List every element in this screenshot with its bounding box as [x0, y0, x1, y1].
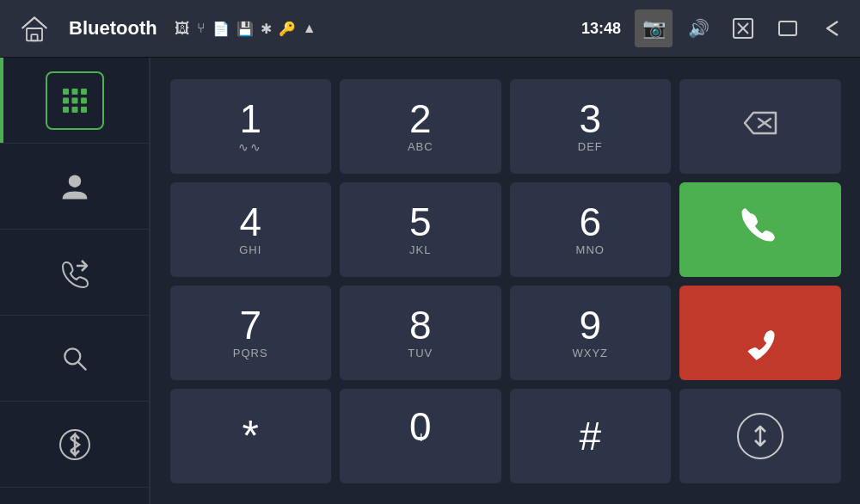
dial-0-button[interactable]: 0 + — [340, 389, 501, 483]
dial-hash-button[interactable]: # — [510, 389, 672, 483]
bluetooth-status-icon: ✱ — [261, 21, 272, 37]
sidebar-item-search[interactable] — [0, 316, 149, 402]
call-icon — [740, 205, 781, 254]
svg-rect-14 — [81, 107, 87, 113]
dial-5-button[interactable]: 5 JKL — [340, 182, 501, 277]
dial-star-button[interactable]: * — [170, 389, 332, 483]
dialpad-area: 1 ∿∿ 2 ABC 3 DEF — [150, 58, 860, 504]
call-button[interactable] — [679, 182, 841, 277]
sidebar-item-bluetooth[interactable] — [0, 402, 149, 488]
sidebar-item-recents[interactable] — [0, 230, 149, 316]
dial-9-button[interactable]: 9 WXYZ — [510, 286, 672, 380]
status-icons: 🖼 ⑂ 📄 💾 ✱ 🔑 ▲ — [175, 20, 316, 38]
swap-button[interactable] — [679, 389, 841, 483]
page-title: Bluetooth — [69, 17, 157, 40]
svg-rect-5 — [779, 22, 796, 35]
dial-7-button[interactable]: 7 PQRS — [170, 286, 332, 380]
dial-3-button[interactable]: 3 DEF — [510, 79, 672, 174]
end-call-icon — [727, 299, 793, 366]
file-icon: 📄 — [212, 21, 230, 37]
dial-1-button[interactable]: 1 ∿∿ — [170, 79, 332, 174]
svg-rect-11 — [81, 97, 87, 103]
backspace-button[interactable] — [679, 79, 841, 174]
svg-rect-13 — [71, 107, 77, 113]
image-icon: 🖼 — [175, 20, 190, 38]
svg-rect-10 — [71, 97, 77, 103]
svg-rect-7 — [71, 89, 77, 95]
svg-rect-6 — [63, 89, 69, 95]
usb-icon: ⑂ — [197, 21, 206, 36]
sd-icon: 💾 — [236, 21, 254, 37]
status-right: 13:48 📷 🔊 — [574, 9, 851, 47]
camera-icon: 📷 — [642, 17, 666, 40]
sidebar — [0, 58, 150, 504]
svg-rect-8 — [81, 89, 87, 95]
close-button[interactable] — [724, 9, 762, 47]
sidebar-item-contacts[interactable] — [0, 144, 149, 230]
clock: 13:48 — [581, 20, 621, 38]
dial-6-button[interactable]: 6 MNO — [510, 182, 672, 277]
home-button[interactable] — [9, 13, 60, 44]
dial-8-button[interactable]: 8 TUV — [340, 286, 501, 380]
svg-point-15 — [68, 175, 80, 187]
swap-icon — [737, 413, 783, 459]
svg-rect-9 — [63, 97, 69, 103]
volume-button[interactable]: 🔊 — [679, 9, 717, 47]
svg-rect-1 — [31, 34, 37, 40]
back-button[interactable] — [814, 9, 851, 47]
volume-icon: 🔊 — [688, 18, 710, 39]
dialpad-grid: 1 ∿∿ 2 ABC 3 DEF — [170, 79, 841, 483]
status-bar: Bluetooth 🖼 ⑂ 📄 💾 ✱ 🔑 ▲ 13:48 📷 🔊 — [0, 0, 860, 58]
wifi-icon: ▲ — [303, 21, 316, 36]
main-content: 1 ∿∿ 2 ABC 3 DEF — [0, 58, 860, 504]
camera-button[interactable]: 📷 — [635, 9, 673, 47]
dial-4-button[interactable]: 4 GHI — [170, 182, 332, 277]
dial-2-button[interactable]: 2 ABC — [340, 79, 501, 174]
sidebar-item-dialpad[interactable] — [0, 58, 149, 144]
key-icon: 🔑 — [279, 21, 296, 37]
window-button[interactable] — [769, 9, 807, 47]
end-call-button[interactable] — [679, 286, 841, 380]
backspace-icon — [741, 109, 779, 144]
svg-line-18 — [77, 361, 85, 369]
svg-rect-12 — [63, 107, 69, 113]
